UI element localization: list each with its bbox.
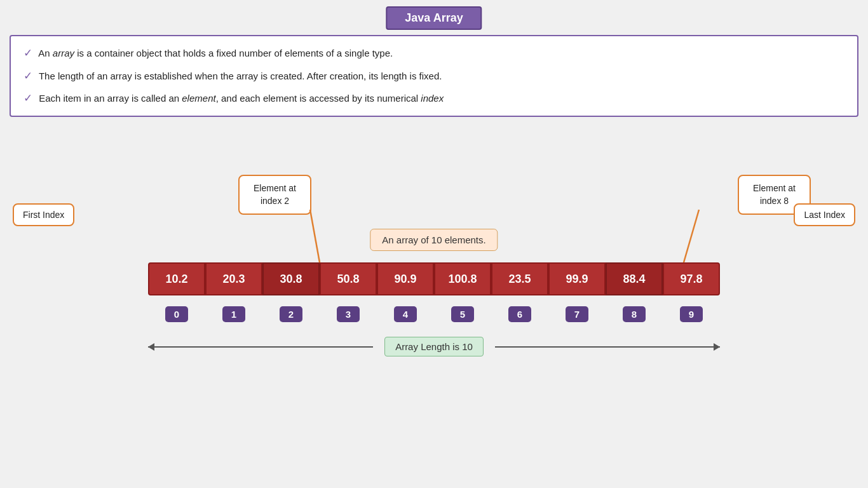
page-title: Java Array [386,6,482,30]
check-icon-2: ✓ [24,70,32,82]
cell-7: 99.9 [548,262,606,295]
cell-0: 10.2 [148,262,205,295]
cell-1: 20.3 [205,262,262,295]
info-bullet-3: ✓ Each item in an array is called an ele… [24,90,844,107]
check-icon-3: ✓ [24,92,32,104]
cell-6: 23.5 [491,262,548,295]
array-cells-row: 10.2 20.3 30.8 50.8 90.9 100.8 23.5 99.9… [148,262,720,295]
arrow-left-line [148,346,373,348]
idx-6: 6 [491,302,548,326]
idx-3: 3 [320,302,377,326]
idx-1: 1 [205,302,262,326]
cell-4: 90.9 [377,262,434,295]
info-bullet-2: ✓ The length of an array is established … [24,68,844,85]
idx-7: 7 [548,302,606,326]
cell-2: 30.8 [262,262,320,295]
idx-8: 8 [606,302,663,326]
idx-5: 5 [434,302,491,326]
idx-2: 2 [262,302,320,326]
length-arrow-row: Array Length is 10 [148,337,720,356]
cell-5: 100.8 [434,262,491,295]
svg-line-0 [310,210,320,262]
idx-4: 4 [377,302,434,326]
idx-9: 9 [663,302,720,326]
array-length-label: Array Length is 10 [384,337,484,356]
svg-line-1 [684,210,699,262]
callout-index-2: Element atindex 2 [238,175,311,215]
info-box: ✓ An array is a container object that ho… [10,35,858,117]
last-index-label: Last Index [794,203,855,226]
first-index-label: First Index [13,203,74,226]
array-description-label: An array of 10 elements. [370,229,498,251]
info-bullet-1: ✓ An array is a container object that ho… [24,45,844,62]
cell-9: 97.8 [663,262,720,295]
idx-0: 0 [148,302,205,326]
arrow-right-line [495,346,720,348]
cell-8: 88.4 [606,262,663,295]
check-icon-1: ✓ [24,47,32,59]
index-cells-row: 0 1 2 3 4 5 6 7 8 9 [148,302,720,326]
cell-3: 50.8 [320,262,377,295]
